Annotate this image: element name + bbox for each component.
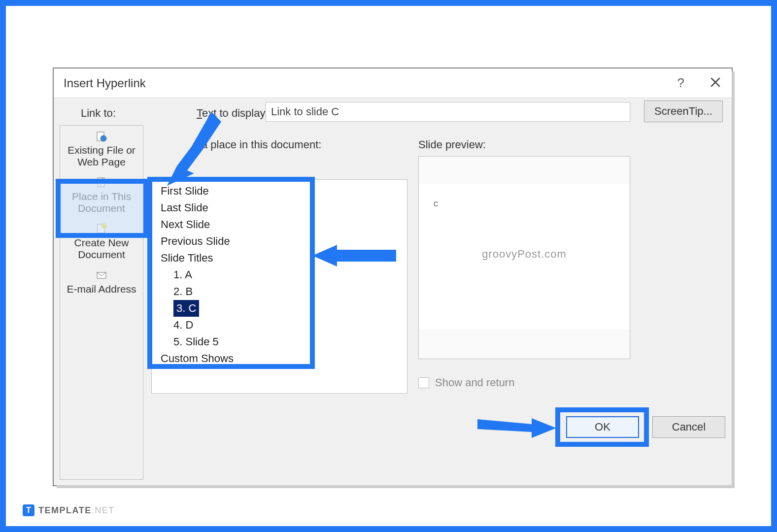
tree-item[interactable]: Next Slide	[155, 216, 404, 233]
mail-icon	[96, 269, 107, 281]
annotation-arrow-to-ok	[477, 414, 561, 441]
show-and-return-row: Show and return	[418, 376, 514, 389]
slide-preview: c groovyPost.com	[418, 156, 630, 359]
tree-item[interactable]: 4. D	[155, 317, 404, 333]
place-tree[interactable]: First Slide Last Slide Next Slide Previo…	[151, 179, 407, 394]
link-to-sidebar: Existing File or Web Page Place in This …	[60, 125, 143, 480]
preview-watermark: groovyPost.com	[419, 248, 630, 261]
close-button[interactable]	[709, 76, 722, 91]
tree-item[interactable]: 5. Slide 5	[155, 333, 404, 350]
cancel-button[interactable]: Cancel	[652, 416, 725, 438]
show-and-return-checkbox[interactable]	[418, 377, 429, 388]
insert-hyperlink-dialog: Insert Hyperlink ? Link to: Text to disp…	[53, 67, 733, 486]
sidebar-item-label: Document	[78, 249, 125, 260]
sidebar-email-address[interactable]: E-mail Address	[60, 265, 143, 299]
show-and-return-label: Show and return	[435, 376, 514, 389]
link-to-label: Link to:	[81, 107, 116, 120]
sidebar-create-new[interactable]: Create New Document	[60, 218, 143, 265]
tree-item[interactable]: Custom Shows	[155, 350, 404, 367]
dialog-title: Insert Hyperlink	[64, 76, 677, 90]
ok-button[interactable]: OK	[566, 416, 639, 438]
help-button[interactable]: ?	[677, 75, 684, 91]
titlebar: Insert Hyperlink ?	[54, 68, 732, 98]
sidebar-place-in-document[interactable]: Place in This Document	[60, 172, 143, 218]
sidebar-item-label: Place in This	[72, 191, 131, 202]
sidebar-item-label: E-mail Address	[67, 283, 136, 295]
slide-preview-label: Slide preview:	[418, 138, 486, 151]
close-icon	[709, 76, 722, 89]
tree-item[interactable]: 1. A	[155, 266, 404, 283]
sidebar-item-label: Create New	[74, 237, 129, 248]
branding-logo: T	[23, 504, 34, 516]
sidebar-existing-file[interactable]: Existing File or Web Page	[60, 126, 143, 172]
outer-frame: Insert Hyperlink ? Link to: Text to disp…	[0, 0, 777, 532]
globe-page-icon	[96, 131, 107, 142]
doc-icon	[96, 177, 107, 189]
branding-text: TEMPLATE.NET	[38, 505, 115, 516]
tree-item[interactable]: Slide Titles	[155, 250, 404, 266]
sidebar-item-label: Document	[78, 202, 125, 214]
dialog-content: Link to: Text to display: ScreenTip... E…	[54, 98, 732, 485]
newdoc-icon	[96, 223, 107, 235]
text-to-display-label: Text to display:	[197, 107, 269, 120]
preview-corner-text: c	[434, 199, 438, 209]
sidebar-item-label: Web Page	[77, 156, 126, 167]
screentip-button[interactable]: ScreenTip...	[644, 100, 723, 122]
tree-item-selected[interactable]: 3. C	[155, 300, 404, 317]
text-to-display-input[interactable]	[266, 102, 630, 122]
svg-marker-9	[477, 418, 556, 438]
sidebar-item-label: Existing File or	[68, 144, 135, 156]
tree-item[interactable]: Last Slide	[155, 200, 404, 216]
tree-item[interactable]: Previous Slide	[155, 233, 404, 250]
tree-item[interactable]: 2. B	[155, 283, 404, 300]
preview-slide: c groovyPost.com	[419, 184, 630, 329]
template-net-branding: T TEMPLATE.NET	[23, 504, 115, 516]
tree-item[interactable]: First Slide	[155, 183, 404, 200]
place-in-document-label: a place in this document:	[202, 138, 321, 151]
